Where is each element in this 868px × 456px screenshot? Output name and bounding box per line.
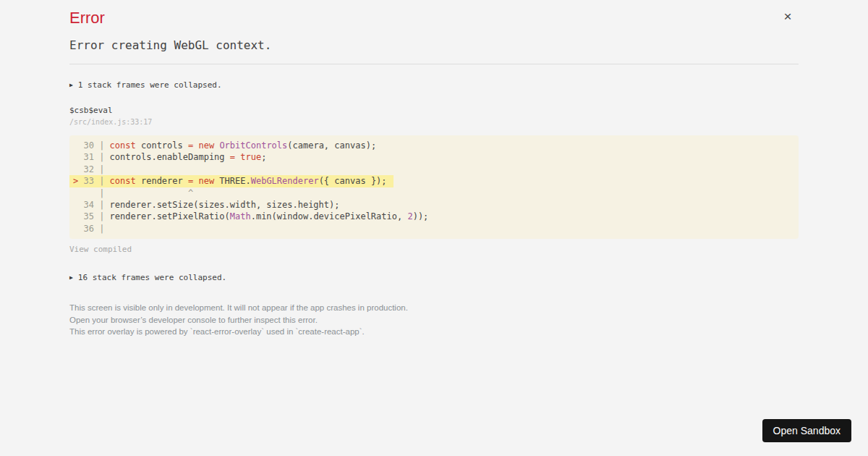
- error-message: Error creating WebGL context.: [69, 39, 799, 51]
- code-line: 36 |: [69, 223, 104, 235]
- collapsed-frames-bottom-label: 16 stack frames were collapsed.: [78, 273, 226, 282]
- footer-notes: This screen is visible only in developme…: [69, 302, 799, 338]
- code-snippet: 30 | const controls = new OrbitControls(…: [69, 135, 799, 239]
- stack-frame-location: /src/index.js:33:17: [69, 118, 799, 127]
- collapsed-frames-top[interactable]: ▶ 1 stack frames were collapsed.: [69, 80, 222, 90]
- code-line: 35 | renderer.setPixelRatio(Math.min(win…: [69, 211, 428, 222]
- error-overlay: Error × Error creating WebGL context. ▶ …: [0, 0, 868, 338]
- code-line: 32 |: [69, 164, 104, 175]
- code-line: 31 | controls.enableDamping = true;: [69, 151, 266, 163]
- footer-note-powered-by: This error overlay is powered by `react-…: [69, 326, 799, 338]
- code-lines: 30 | const controls = new OrbitControls(…: [69, 140, 799, 235]
- code-line: | ^: [69, 187, 193, 199]
- code-line: 30 | const controls = new OrbitControls(…: [69, 140, 376, 151]
- close-icon[interactable]: ×: [780, 9, 796, 25]
- footer-note-dev-only: This screen is visible only in developme…: [69, 302, 799, 314]
- footer-note-console: Open your browser’s developer console to…: [69, 314, 799, 326]
- view-compiled-link[interactable]: View compiled: [69, 245, 132, 254]
- collapsed-frames-top-label: 1 stack frames were collapsed.: [78, 80, 222, 90]
- code-line: 34 | renderer.setSize(sizes.width, sizes…: [69, 199, 340, 211]
- error-title: Error: [69, 9, 799, 28]
- code-line: > 33 | const renderer = new THREE.WebGLR…: [69, 175, 393, 187]
- collapse-triangle-icon: ▶: [69, 273, 73, 282]
- stack-frame-function: $csb$eval: [69, 106, 799, 115]
- collapsed-frames-bottom[interactable]: ▶ 16 stack frames were collapsed.: [69, 273, 226, 282]
- open-sandbox-button[interactable]: Open Sandbox: [762, 419, 851, 442]
- divider: [69, 64, 799, 64]
- collapse-triangle-icon: ▶: [69, 80, 73, 90]
